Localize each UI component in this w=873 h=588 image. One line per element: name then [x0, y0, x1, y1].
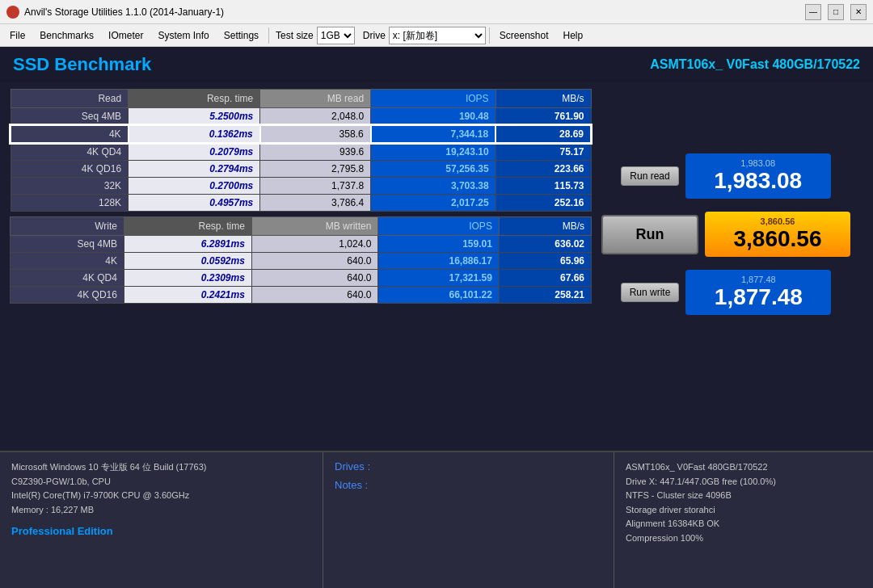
read-row-iops: 19,243.10	[371, 143, 496, 161]
menu-settings[interactable]: Settings	[217, 27, 265, 44]
sys-info-line: Intel(R) Core(TM) i7-9700K CPU @ 3.60GHz	[11, 489, 311, 503]
read-row-mbs: 252.16	[496, 195, 591, 212]
col-mb-read: MB read	[260, 90, 371, 108]
col-mbs-read: MB/s	[496, 90, 591, 108]
drive-group: Drive x: [新加卷]	[363, 27, 486, 44]
test-size-group: Test size 1GB 4GB 8GB	[276, 27, 355, 44]
footer-right: ASMT106x_ V0Fast 480GB/170522Drive X: 44…	[614, 452, 873, 588]
read-row-iops: 190.48	[371, 108, 496, 126]
read-row-resp: 0.2079ms	[129, 143, 260, 161]
close-button[interactable]: ✕	[850, 4, 867, 20]
menu-help[interactable]: Help	[557, 27, 590, 44]
read-row-iops: 57,256.35	[371, 161, 496, 178]
minimize-button[interactable]: —	[805, 4, 821, 20]
sys-info-line: C9Z390-PGW/1.0b, CPU	[11, 475, 311, 489]
write-row-resp: 6.2891ms	[124, 236, 251, 253]
write-score-box: 1,877.48 1,877.48	[685, 270, 831, 315]
read-row-mbs: 761.90	[496, 108, 591, 126]
write-row-label: Seq 4MB	[11, 236, 124, 253]
read-row-resp: 0.1362ms	[129, 125, 260, 143]
col-iops-read: IOPS	[371, 90, 496, 108]
write-row-resp: 0.2421ms	[124, 287, 251, 304]
total-score-box: 3,860.56 3,860.56	[705, 212, 850, 257]
drive-label: Drive	[363, 30, 386, 41]
footer-center: Drives : Notes :	[323, 452, 614, 588]
sys-info-line: Memory : 16,227 MB	[11, 503, 311, 518]
read-row-resp: 5.2500ms	[129, 108, 260, 126]
read-row-label: Seq 4MB	[11, 108, 129, 126]
write-score-big: 1,877.48	[695, 284, 821, 310]
bench-wrapper: Read Resp. time MB read IOPS MB/s Seq 4M…	[0, 82, 873, 451]
bench-area: Read Resp. time MB read IOPS MB/s Seq 4M…	[10, 89, 863, 315]
maximize-button[interactable]: □	[828, 4, 844, 20]
read-row-mb: 1,737.8	[260, 178, 371, 195]
read-row-mbs: 75.17	[496, 143, 591, 161]
footer: Microsoft Windows 10 专业版 64 位 Build (177…	[0, 451, 873, 588]
col-write: Write	[11, 217, 124, 236]
menu-file[interactable]: File	[3, 27, 32, 44]
read-row-mb: 939.6	[260, 143, 371, 161]
sys-info-line: Microsoft Windows 10 专业版 64 位 Build (177…	[11, 460, 311, 475]
menu-bar: File Benchmarks IOmeter System Info Sett…	[0, 24, 873, 47]
test-size-label: Test size	[276, 30, 314, 41]
pro-edition: Professional Edition	[11, 523, 311, 540]
drive-detail-line: ASMT106x_ V0Fast 480GB/170522	[626, 460, 862, 475]
read-row-mb: 2,048.0	[260, 108, 371, 126]
col-mbs-write: MB/s	[499, 217, 591, 236]
read-score-big: 1,983.08	[695, 168, 821, 194]
write-row-mbs: 65.96	[499, 253, 591, 270]
read-row-label: 32K	[11, 178, 129, 195]
test-size-select[interactable]: 1GB 4GB 8GB	[317, 27, 355, 44]
write-row-mbs: 258.21	[499, 287, 591, 304]
col-resp-read: Resp. time	[129, 90, 260, 108]
write-row-mb: 640.0	[251, 270, 378, 287]
right-controls: Run read 1,983.08 1,983.08 Run 3,860.56 …	[601, 153, 850, 315]
menu-iometer[interactable]: IOmeter	[102, 27, 150, 44]
drive-detail-line: Drive X: 447.1/447.0GB free (100.0%)	[626, 475, 862, 489]
tables-column: Read Resp. time MB read IOPS MB/s Seq 4M…	[10, 89, 592, 304]
header-banner: SSD Benchmark ASMT106x_ V0Fast 480GB/170…	[0, 47, 873, 82]
read-row-iops: 7,344.18	[371, 125, 496, 143]
menu-benchmarks[interactable]: Benchmarks	[33, 27, 100, 44]
write-score-small: 1,877.48	[695, 275, 821, 284]
write-row-iops: 159.01	[378, 236, 500, 253]
write-row-resp: 0.2309ms	[124, 270, 251, 287]
read-score-box: 1,983.08 1,983.08	[685, 153, 831, 199]
read-row-label: 4K QD4	[11, 143, 129, 161]
write-row-label: 4K QD4	[11, 270, 124, 287]
run-button[interactable]: Run	[601, 215, 698, 254]
read-row-mb: 3,786.4	[260, 195, 371, 212]
run-write-group: Run write 1,877.48 1,877.48	[621, 270, 832, 315]
menu-sysinfo[interactable]: System Info	[151, 27, 215, 44]
read-row-label: 4K	[11, 125, 129, 143]
read-row-label: 128K	[11, 195, 129, 212]
read-score-small: 1,983.08	[695, 158, 821, 168]
drive-detail-line: Storage driver storahci	[626, 503, 862, 518]
footer-left: Microsoft Windows 10 专业版 64 位 Build (177…	[0, 452, 323, 588]
write-row-mbs: 67.66	[499, 270, 591, 287]
write-row-mb: 640.0	[251, 253, 378, 270]
menu-screenshot[interactable]: Screenshot	[493, 27, 555, 44]
col-read: Read	[11, 90, 129, 108]
window-title: Anvil's Storage Utilities 1.1.0 (2014-Ja…	[24, 6, 224, 18]
ssd-benchmark-title: SSD Benchmark	[13, 54, 151, 75]
write-table: Write Resp. time MB written IOPS MB/s Se…	[10, 216, 592, 304]
col-resp-write: Resp. time	[124, 217, 251, 236]
system-info: Microsoft Windows 10 专业版 64 位 Build (177…	[11, 460, 311, 517]
content-wrapper: SSD Benchmark ASMT106x_ V0Fast 480GB/170…	[0, 47, 873, 588]
write-row-mbs: 636.02	[499, 236, 591, 253]
total-score-big: 3,860.56	[715, 226, 841, 252]
run-write-button[interactable]: Run write	[621, 283, 680, 302]
total-score-small: 3,860.56	[715, 216, 841, 226]
run-read-button[interactable]: Run read	[621, 166, 678, 186]
read-row-resp: 0.2700ms	[129, 178, 260, 195]
write-row-mb: 1,024.0	[251, 236, 378, 253]
col-mb-write: MB written	[251, 217, 378, 236]
write-row-iops: 66,101.22	[378, 287, 500, 304]
read-row-mbs: 115.73	[496, 178, 591, 195]
drive-select[interactable]: x: [新加卷]	[389, 27, 486, 44]
drive-detail-line: NTFS - Cluster size 4096B	[626, 489, 862, 503]
window-controls: — □ ✕	[805, 4, 867, 20]
read-row-iops: 3,703.38	[371, 178, 496, 195]
title-bar: Anvil's Storage Utilities 1.1.0 (2014-Ja…	[0, 0, 873, 24]
